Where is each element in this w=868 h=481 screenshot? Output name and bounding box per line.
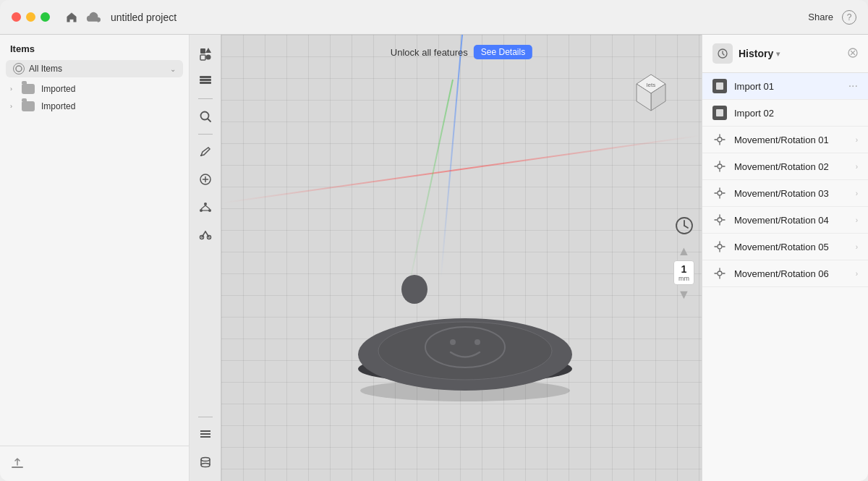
add-icon[interactable] bbox=[192, 166, 218, 192]
svg-line-46 bbox=[684, 226, 688, 228]
right-panel: History ▾ Import 01 ··· bbox=[702, 35, 868, 481]
history-panel-icon bbox=[712, 43, 733, 64]
viewport-area: Unlock all features See Details lets bbox=[190, 35, 702, 481]
svg-line-19 bbox=[205, 205, 210, 209]
cut-icon[interactable] bbox=[192, 221, 218, 247]
chevron-right-icon-2: › bbox=[10, 103, 19, 110]
cylinder-icon[interactable] bbox=[192, 449, 218, 475]
imported-2-label: Imported bbox=[41, 101, 75, 111]
project-title: untitled project bbox=[111, 12, 176, 23]
time-icon[interactable] bbox=[674, 216, 694, 239]
help-icon[interactable]: ? bbox=[842, 10, 856, 25]
svg-point-72 bbox=[718, 244, 722, 249]
transform-icon[interactable] bbox=[192, 194, 218, 220]
svg-rect-8 bbox=[200, 76, 211, 78]
sidebar-item-imported-2[interactable]: › Imported bbox=[0, 98, 189, 115]
all-items-filter[interactable]: All Items ⌄ bbox=[6, 60, 183, 77]
sidebar: Items All Items ⌄ › Imported › Imported bbox=[0, 35, 190, 481]
folder-icon-2 bbox=[22, 101, 35, 111]
history-item-move-02-label: Movement/Rotation 02 bbox=[734, 161, 848, 172]
maximize-button[interactable] bbox=[41, 12, 50, 22]
separator-2 bbox=[198, 134, 213, 135]
home-icon[interactable] bbox=[64, 10, 79, 25]
viewport[interactable]: Unlock all features See Details lets bbox=[221, 35, 702, 481]
sidebar-header: Items bbox=[0, 35, 189, 60]
move-05-chevron: › bbox=[856, 243, 858, 251]
3d-object bbox=[339, 221, 584, 409]
measure-indicator: ▲ 1 mm ▼ bbox=[673, 216, 694, 301]
move-02-chevron: › bbox=[856, 163, 858, 171]
history-item-move-03[interactable]: Movement/Rotation 03 › bbox=[702, 180, 868, 207]
svg-point-42 bbox=[450, 339, 456, 345]
unlock-text: Unlock all features bbox=[391, 47, 468, 58]
move-icon-02 bbox=[712, 159, 727, 174]
import-icon-02 bbox=[712, 106, 727, 120]
svg-point-52 bbox=[718, 137, 722, 142]
history-header: History ▾ bbox=[702, 35, 868, 73]
svg-rect-4 bbox=[200, 55, 205, 60]
shapes-icon[interactable] bbox=[192, 41, 218, 67]
history-item-move-04[interactable]: Movement/Rotation 04 › bbox=[702, 207, 868, 234]
sidebar-bottom bbox=[0, 446, 189, 481]
svg-rect-2 bbox=[200, 48, 205, 54]
move-06-chevron: › bbox=[856, 270, 858, 278]
svg-point-28 bbox=[201, 458, 210, 461]
history-item-import-02[interactable]: Import 02 bbox=[702, 100, 868, 127]
history-item-move-06[interactable]: Movement/Rotation 06 › bbox=[702, 260, 868, 287]
share-button[interactable]: Share bbox=[808, 12, 833, 22]
svg-rect-6 bbox=[200, 79, 211, 81]
measure-value: 1 bbox=[678, 263, 689, 275]
history-list: Import 01 ··· Import 02 bbox=[702, 73, 868, 481]
history-item-import-01[interactable]: Import 01 ··· bbox=[702, 73, 868, 100]
layers-icon[interactable] bbox=[192, 68, 218, 94]
history-item-move-06-label: Movement/Rotation 06 bbox=[734, 268, 848, 279]
history-dropdown-icon: ▾ bbox=[776, 50, 780, 58]
titlebar: untitled project Share ? bbox=[0, 0, 868, 35]
move-03-chevron: › bbox=[856, 190, 858, 197]
svg-point-9 bbox=[200, 112, 208, 120]
stripe-icon[interactable] bbox=[192, 422, 218, 448]
svg-point-15 bbox=[204, 203, 207, 205]
history-close-icon[interactable] bbox=[848, 48, 858, 60]
svg-point-62 bbox=[718, 191, 722, 195]
svg-point-37 bbox=[401, 275, 427, 304]
history-item-move-01-label: Movement/Rotation 01 bbox=[734, 135, 848, 145]
pen-icon[interactable] bbox=[192, 139, 218, 165]
move-icon-03 bbox=[712, 186, 727, 200]
close-button[interactable] bbox=[12, 12, 21, 22]
move-icon-04 bbox=[712, 213, 727, 227]
measure-box: 1 mm bbox=[673, 260, 694, 285]
minimize-button[interactable] bbox=[26, 12, 35, 22]
filter-label: All Items bbox=[29, 64, 170, 74]
imported-1-label: Imported bbox=[41, 84, 75, 94]
history-title[interactable]: History ▾ bbox=[739, 48, 780, 59]
separator-1 bbox=[198, 98, 213, 99]
svg-text:lets: lets bbox=[647, 82, 655, 88]
history-item-01-label: Import 01 bbox=[734, 81, 841, 92]
history-item-move-05[interactable]: Movement/Rotation 05 › bbox=[702, 234, 868, 260]
svg-point-43 bbox=[475, 339, 480, 345]
history-item-01-more[interactable]: ··· bbox=[848, 80, 858, 93]
upload-icon[interactable] bbox=[9, 455, 26, 472]
see-details-button[interactable]: See Details bbox=[474, 45, 532, 59]
svg-point-5 bbox=[205, 55, 210, 60]
history-item-02-label: Import 02 bbox=[734, 108, 858, 119]
sidebar-item-imported-1[interactable]: › Imported bbox=[0, 80, 189, 98]
svg-line-18 bbox=[201, 205, 205, 209]
search-icon[interactable] bbox=[192, 103, 218, 129]
cloud-icon[interactable] bbox=[86, 10, 101, 25]
move-04-chevron: › bbox=[856, 216, 858, 224]
main-layout: Items All Items ⌄ › Imported › Imported bbox=[0, 35, 868, 481]
history-item-move-02[interactable]: Movement/Rotation 02 › bbox=[702, 153, 868, 180]
separator-bottom bbox=[198, 417, 213, 417]
history-item-move-05-label: Movement/Rotation 05 bbox=[734, 242, 848, 252]
import-icon-01 bbox=[712, 79, 727, 93]
svg-rect-1 bbox=[12, 467, 23, 468]
cube-navigator[interactable]: lets bbox=[629, 71, 673, 114]
svg-point-29 bbox=[201, 464, 210, 467]
unlock-banner: Unlock all features See Details bbox=[391, 45, 532, 59]
history-item-move-01[interactable]: Movement/Rotation 01 › bbox=[702, 127, 868, 153]
svg-rect-50 bbox=[716, 82, 723, 90]
filter-circle-icon bbox=[13, 63, 25, 75]
measure-up-icon: ▲ bbox=[678, 244, 691, 257]
